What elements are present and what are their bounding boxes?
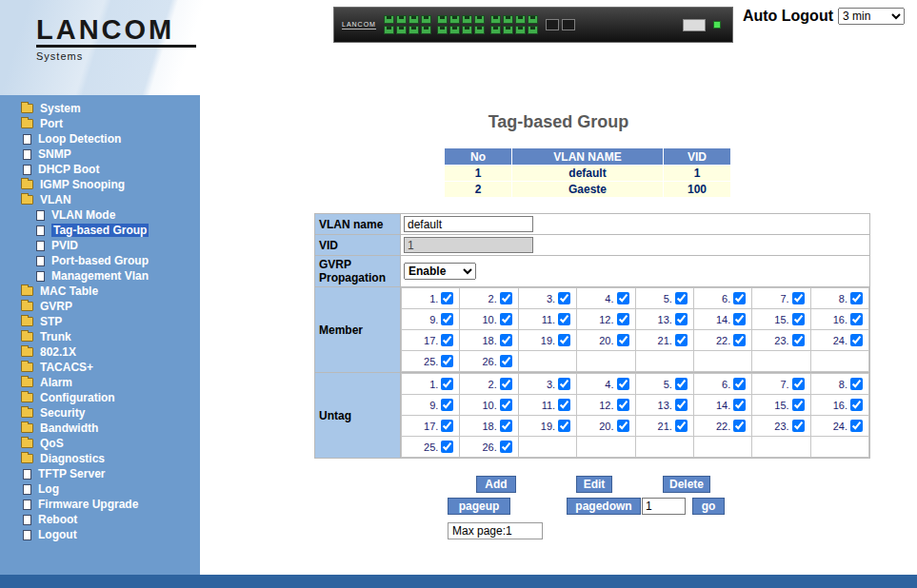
member-port-3-checkbox[interactable] bbox=[558, 292, 570, 304]
port-number-label: 20. bbox=[599, 421, 613, 432]
untag-port-11-checkbox[interactable] bbox=[558, 399, 570, 411]
member-port-8-checkbox[interactable] bbox=[850, 292, 863, 304]
untag-port-15-checkbox[interactable] bbox=[792, 399, 805, 411]
sidebar-item-reboot[interactable]: Reboot bbox=[0, 512, 200, 527]
member-port-12-checkbox[interactable] bbox=[617, 313, 629, 325]
member-port-19-checkbox[interactable] bbox=[558, 334, 570, 346]
member-port-5-checkbox[interactable] bbox=[675, 292, 688, 304]
go-button[interactable]: go bbox=[692, 498, 725, 515]
pagedown-button[interactable]: pagedown bbox=[567, 498, 641, 515]
untag-port-14-checkbox[interactable] bbox=[733, 399, 746, 411]
untag-port-2-checkbox[interactable] bbox=[500, 378, 512, 390]
untag-port-25-checkbox[interactable] bbox=[441, 441, 453, 453]
member-port-17-checkbox[interactable] bbox=[441, 334, 453, 346]
untag-port-1-checkbox[interactable] bbox=[441, 378, 453, 390]
table-row[interactable]: 2Gaeste100 bbox=[445, 182, 730, 197]
port-number-label: 8. bbox=[839, 379, 847, 390]
untag-port-3-checkbox[interactable] bbox=[558, 378, 570, 390]
pageup-button[interactable]: pageup bbox=[448, 498, 510, 515]
untag-port-13-checkbox[interactable] bbox=[675, 399, 688, 411]
sidebar-item-firmware-upgrade[interactable]: Firmware Upgrade bbox=[0, 497, 200, 512]
edit-button[interactable]: Edit bbox=[576, 476, 612, 493]
port-number-label: 15. bbox=[774, 400, 788, 411]
member-port-10-checkbox[interactable] bbox=[500, 313, 512, 325]
untag-port-6-checkbox[interactable] bbox=[733, 378, 746, 390]
gvrp-propagation-select[interactable]: Enable bbox=[404, 263, 476, 280]
member-port-21-checkbox[interactable] bbox=[675, 334, 688, 346]
untag-port-17-checkbox[interactable] bbox=[441, 420, 453, 432]
sidebar-item-loop-detection[interactable]: Loop Detection bbox=[0, 131, 200, 147]
sidebar-item-logout[interactable]: Logout bbox=[0, 527, 200, 542]
member-port-25-checkbox[interactable] bbox=[441, 355, 453, 367]
member-port-15-checkbox[interactable] bbox=[792, 313, 805, 325]
untag-port-18-checkbox[interactable] bbox=[500, 420, 512, 432]
member-port-6-checkbox[interactable] bbox=[733, 292, 746, 304]
table-row[interactable]: 1default1 bbox=[445, 166, 730, 181]
sidebar-item-802-1x[interactable]: 802.1X bbox=[0, 344, 200, 360]
untag-port-4-checkbox[interactable] bbox=[617, 378, 629, 390]
untag-port-7-checkbox[interactable] bbox=[792, 378, 805, 390]
sidebar-item-snmp[interactable]: SNMP bbox=[0, 147, 200, 162]
untag-port-22-checkbox[interactable] bbox=[733, 420, 746, 432]
sidebar-item-port-based-group[interactable]: Port-based Group bbox=[0, 253, 200, 268]
sidebar-item-management-vlan[interactable]: Management Vlan bbox=[0, 268, 200, 284]
untag-port-12-checkbox[interactable] bbox=[617, 399, 629, 411]
delete-button[interactable]: Delete bbox=[663, 476, 710, 493]
sidebar-item-trunk[interactable]: Trunk bbox=[0, 329, 200, 344]
page-number-input[interactable] bbox=[642, 498, 686, 515]
sidebar-item-pvid[interactable]: PVID bbox=[0, 238, 200, 253]
member-port-4-checkbox[interactable] bbox=[617, 292, 629, 304]
untag-port-5-checkbox[interactable] bbox=[675, 378, 688, 390]
sidebar-item-bandwidth[interactable]: Bandwidth bbox=[0, 421, 200, 436]
sidebar-item-mac-table[interactable]: MAC Table bbox=[0, 284, 200, 299]
member-port-1-checkbox[interactable] bbox=[441, 292, 453, 304]
add-button[interactable]: Add bbox=[476, 476, 516, 493]
device-ports bbox=[384, 15, 538, 34]
member-port-11-checkbox[interactable] bbox=[558, 313, 570, 325]
sidebar-item-log[interactable]: Log bbox=[0, 481, 200, 497]
untag-port-16-checkbox[interactable] bbox=[850, 399, 863, 411]
member-port-26-checkbox[interactable] bbox=[500, 355, 512, 367]
sidebar-item-tag-based-group[interactable]: Tag-based Group bbox=[0, 223, 200, 238]
untag-port-cell bbox=[693, 437, 751, 458]
untag-port-8-checkbox[interactable] bbox=[850, 378, 863, 390]
sidebar-item-configuration[interactable]: Configuration bbox=[0, 390, 200, 405]
sidebar-item-gvrp[interactable]: GVRP bbox=[0, 299, 200, 314]
sidebar-item-port[interactable]: Port bbox=[0, 116, 200, 131]
sidebar-item-security[interactable]: Security bbox=[0, 405, 200, 421]
untag-port-21-checkbox[interactable] bbox=[675, 420, 688, 432]
sidebar-item-diagnostics[interactable]: Diagnostics bbox=[0, 451, 200, 466]
member-port-14-checkbox[interactable] bbox=[733, 313, 746, 325]
sidebar-item-tftp-server[interactable]: TFTP Server bbox=[0, 466, 200, 481]
sidebar-item-dhcp-boot[interactable]: DHCP Boot bbox=[0, 162, 200, 177]
untag-port-24-checkbox[interactable] bbox=[850, 420, 863, 432]
member-port-9-checkbox[interactable] bbox=[441, 313, 453, 325]
port-number-label: 24. bbox=[833, 335, 847, 346]
sidebar-item-tacacs-[interactable]: TACACS+ bbox=[0, 360, 200, 375]
sidebar-item-stp[interactable]: STP bbox=[0, 314, 200, 329]
untag-port-26-checkbox[interactable] bbox=[500, 441, 512, 453]
sidebar-item-qos[interactable]: QoS bbox=[0, 436, 200, 451]
member-port-18-checkbox[interactable] bbox=[500, 334, 512, 346]
member-port-20-checkbox[interactable] bbox=[617, 334, 629, 346]
member-port-16-checkbox[interactable] bbox=[850, 313, 863, 325]
untag-port-23-checkbox[interactable] bbox=[792, 420, 805, 432]
untag-port-19-checkbox[interactable] bbox=[558, 420, 570, 432]
member-port-23-checkbox[interactable] bbox=[792, 334, 805, 346]
sidebar-item-vlan[interactable]: VLAN bbox=[0, 192, 200, 207]
untag-port-10-checkbox[interactable] bbox=[500, 399, 512, 411]
sidebar-item-system[interactable]: System bbox=[0, 101, 200, 116]
untag-port-9-checkbox[interactable] bbox=[441, 399, 453, 411]
sidebar-item-alarm[interactable]: Alarm bbox=[0, 375, 200, 390]
auto-logout-select[interactable]: 3 min bbox=[838, 8, 905, 25]
untag-port-cell: 21. bbox=[635, 416, 693, 437]
member-port-2-checkbox[interactable] bbox=[500, 292, 512, 304]
sidebar-item-vlan-mode[interactable]: VLAN Mode bbox=[0, 207, 200, 223]
member-port-24-checkbox[interactable] bbox=[850, 334, 863, 346]
member-port-7-checkbox[interactable] bbox=[792, 292, 805, 304]
untag-port-20-checkbox[interactable] bbox=[617, 420, 629, 432]
vlan-name-input[interactable] bbox=[404, 216, 533, 232]
sidebar-item-igmp-snooping[interactable]: IGMP Snooping bbox=[0, 177, 200, 192]
member-port-13-checkbox[interactable] bbox=[675, 313, 688, 325]
member-port-22-checkbox[interactable] bbox=[733, 334, 746, 346]
